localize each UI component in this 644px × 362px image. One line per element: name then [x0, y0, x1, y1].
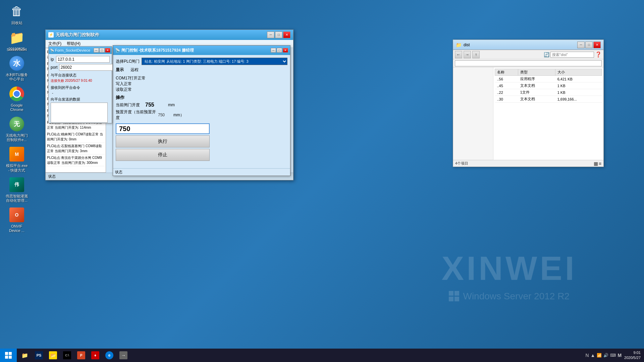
taskbar-explorer[interactable]: 📂	[46, 349, 60, 361]
ip-input[interactable]	[56, 56, 110, 63]
fe-forward-btn[interactable]: →	[464, 51, 471, 58]
tray-expand[interactable]: ▲	[591, 353, 595, 358]
gate-minimize-btn[interactable]: ─	[271, 48, 276, 53]
taskbar-powershell[interactable]: PS	[32, 349, 46, 361]
gate-maximize-btn[interactable]: □	[277, 48, 282, 53]
connection-section: 与平台连接状态 连接失败 2020/5/27 9:01:40	[51, 73, 110, 83]
desktop-icon-recycle[interactable]: 🗑 回收站	[3, 3, 30, 25]
fe-close-btn[interactable]: ✕	[593, 42, 601, 48]
desktop-icon-weisi[interactable]: 伟 伟思智能灌溉自动化管理...	[3, 177, 30, 203]
taskbar-ppt[interactable]: P	[74, 349, 88, 361]
desktop-icon-onvif[interactable]: O ONVIFDevice ...	[3, 207, 30, 233]
file-name: ..22	[495, 89, 518, 96]
ip-row: ip	[51, 56, 110, 63]
file-size: 1 KB	[555, 82, 602, 89]
file-explorer-controls: ─ □ ✕	[577, 42, 601, 48]
fe-refresh-icon: 🔄	[544, 52, 549, 57]
received-section: 接收到的平台命令 -	[51, 85, 110, 95]
fe-view-list[interactable]: ≡	[599, 161, 601, 166]
fe-sidebar	[453, 67, 493, 160]
main-minimize-btn[interactable]: ─	[267, 32, 274, 38]
col-name: 名称	[495, 69, 518, 76]
send-textarea[interactable]	[51, 103, 108, 123]
menu-help[interactable]: 帮助(H)	[67, 41, 80, 47]
windows-start-icon	[5, 352, 12, 359]
current-opening-unit: mm	[168, 103, 175, 107]
gate-close-btn[interactable]: ✕	[283, 48, 288, 53]
solitaire-icon: ♦	[91, 351, 99, 359]
gate-control-title: 闸门控制 -技术联系18751517924 滕经理	[121, 48, 269, 53]
table-row[interactable]: ..221文件1 KB	[495, 89, 602, 96]
taskbar-cmd[interactable]: C:\	[60, 349, 74, 361]
desktop-icon-chrome[interactable]: GoogleChrome	[3, 86, 30, 112]
file-size: 1,699,166...	[555, 96, 602, 103]
log-entry: PLC站点:桃林闸门 COM7读取正常 当前闸门开度为: 0mm	[46, 131, 105, 143]
taskbar-arrow[interactable]: →	[117, 349, 130, 361]
fe-address-input[interactable]	[455, 60, 602, 66]
file-type: 文本文档	[518, 82, 555, 89]
fe-content: 名称 类型 大小 ..56应用程序6,421 KB..45文本文档1 KB..2…	[453, 67, 603, 160]
fe-back-btn[interactable]: ←	[455, 51, 462, 58]
op-label: 操作	[116, 95, 287, 101]
taskbar-clock[interactable]: 9:01 2020/5/27	[624, 350, 641, 361]
file-type: 应用程序	[518, 76, 555, 82]
desktop-icon-archive[interactable]: 📁 20190825	[3, 29, 30, 51]
ppt-icon: P	[77, 351, 85, 359]
taskbar-ie[interactable]: e	[103, 349, 116, 361]
gate-control-content: 选择PLC闸门 站名: 柏安闸 从站地址: 1 闸门类型: 三相电力 端口号: …	[113, 55, 290, 168]
fe-search-input[interactable]	[550, 52, 594, 58]
svg-rect-0	[449, 291, 453, 296]
start-button[interactable]	[0, 349, 17, 362]
plc-select-dropdown[interactable]: 站名: 柏安闸 从站地址: 1 闸门类型: 三相电力 端口号: 17 编号: 3	[142, 58, 287, 65]
com-status: COM17打开正常	[116, 75, 287, 81]
exec-button[interactable]: 执行	[116, 135, 210, 147]
preset-input[interactable]	[116, 123, 210, 134]
tray-netflix[interactable]: N	[585, 353, 589, 358]
tray-icon-2[interactable]: 🔊	[603, 353, 608, 358]
cmd-icon: C:\	[63, 351, 71, 359]
gate-control-window: 📡 闸门控制 -技术联系18751517924 滕经理 ─ □ ✕ 选择PLC闸…	[113, 45, 290, 176]
ip-label: ip	[51, 57, 55, 62]
main-status-text: 状态	[48, 174, 56, 179]
socket-close-btn[interactable]: ✕	[105, 48, 110, 53]
chrome-icon	[9, 86, 24, 101]
table-row[interactable]: ..30文本文档1,699,166...	[495, 96, 602, 103]
fe-maximize-btn[interactable]: □	[585, 42, 593, 48]
taskbar-solitaire[interactable]: ♦	[89, 349, 102, 361]
svg-rect-5	[9, 352, 12, 355]
onvif-icon: O	[9, 207, 24, 222]
watermark: XINWEI Windows Server 2012 R2	[441, 249, 577, 302]
fe-minimize-btn[interactable]: ─	[577, 42, 585, 48]
recycle-icon: 🗑	[11, 4, 23, 18]
remote-label: 远程	[130, 67, 139, 73]
desktop-icon-water-rtu[interactable]: 水 水利RTU服务中心平台	[3, 55, 30, 81]
gate-control-titlebar: 📡 闸门控制 -技术联系18751517924 滕经理 ─ □ ✕	[113, 46, 290, 55]
tray-icon-1[interactable]: 📶	[597, 353, 602, 358]
onvif-label: ONVIFDevice ...	[9, 224, 24, 233]
port-input[interactable]	[59, 64, 113, 71]
fe-up-btn[interactable]: ↑	[472, 51, 480, 58]
log-entry: PLC站点:石梨线蒸塞闸门 COM8读取正常 当前闸门开度为: 3mm	[46, 143, 105, 155]
main-close-btn[interactable]: ✕	[283, 32, 290, 38]
menu-file[interactable]: 文件(F)	[48, 41, 61, 47]
tray-m[interactable]: M	[618, 353, 622, 358]
tray-icon-3[interactable]: ⌨	[610, 353, 616, 358]
stop-button[interactable]: 停止	[116, 149, 210, 161]
desktop-icon-wireless-gate[interactable]: 无 无线电力闸门控制软件e...	[3, 116, 30, 142]
socket-minimize-btn[interactable]: ─	[94, 48, 99, 53]
table-row[interactable]: ..45文本文档1 KB	[495, 82, 602, 89]
gate-control-icon: 📡	[115, 48, 120, 53]
simulator-label: 模拟平台.exe- 快捷方式	[6, 164, 28, 172]
desktop-icon-simulator[interactable]: M 模拟平台.exe- 快捷方式	[3, 146, 30, 172]
taskbar-right: N ▲ 📶 🔊 ⌨ M 9:01 2020/5/27	[582, 350, 644, 361]
current-opening-row: 当前闸门开度 755 mm	[116, 102, 287, 108]
fe-view-icons[interactable]: ▦	[594, 161, 598, 166]
desktop: XINWEI Windows Server 2012 R2 🗑 回收站 📁 So…	[0, 0, 644, 362]
socket-win-controls: ─ □ ✕	[94, 48, 110, 53]
table-row[interactable]: ..56应用程序6,421 KB	[495, 76, 602, 82]
file-name: ..45	[495, 82, 518, 89]
taskbar-folder[interactable]: 📁	[18, 349, 32, 361]
fe-statusbar: 4个项目 ▦ ≡	[453, 160, 603, 167]
socket-maximize-btn[interactable]: □	[99, 48, 105, 53]
main-maximize-btn[interactable]: □	[275, 32, 282, 38]
